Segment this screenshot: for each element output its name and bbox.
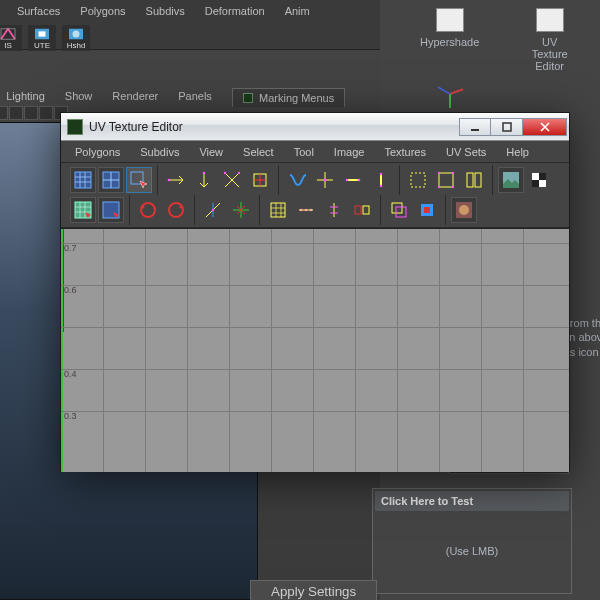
unfold-selected-icon[interactable] xyxy=(349,197,375,223)
main-menu-item[interactable]: Anim xyxy=(275,3,320,19)
paste-uv-icon[interactable] xyxy=(414,197,440,223)
menu-select[interactable]: Select xyxy=(233,143,284,161)
menu-image[interactable]: Image xyxy=(324,143,375,161)
bake-icon[interactable] xyxy=(451,197,477,223)
flip-v-icon[interactable] xyxy=(191,167,217,193)
menu-help[interactable]: Help xyxy=(496,143,539,161)
grid-line xyxy=(187,229,188,472)
svg-rect-43 xyxy=(355,206,361,214)
grid-line xyxy=(229,229,230,472)
shelf-button[interactable]: UTE xyxy=(28,25,56,51)
unfold-icon[interactable] xyxy=(284,167,310,193)
hypershade-icon xyxy=(436,8,464,32)
panel-menu-item[interactable]: Panels xyxy=(168,88,222,104)
svg-point-18 xyxy=(358,179,361,182)
uv-snapshot-icon[interactable] xyxy=(70,167,96,193)
relax-icon[interactable] xyxy=(321,197,347,223)
panel-toolbar-button[interactable] xyxy=(9,106,23,120)
svg-point-13 xyxy=(224,172,226,174)
tab-icon xyxy=(243,93,253,103)
align-u-icon[interactable] xyxy=(340,167,366,193)
main-menu-item[interactable]: Subdivs xyxy=(136,3,195,19)
titlebar[interactable]: UV Texture Editor xyxy=(61,113,569,141)
main-menu-item[interactable]: Deformation xyxy=(195,3,275,19)
uv-texture-editor-window: UV Texture Editor Polygons Subdivs View … xyxy=(60,112,570,472)
main-menu-item[interactable]: Polygons xyxy=(70,3,135,19)
svg-rect-39 xyxy=(271,203,285,217)
marking-menus-tab[interactable]: Marking Menus xyxy=(232,88,345,107)
uv-menubar: Polygons Subdivs View Select Tool Image … xyxy=(61,141,569,163)
axis-gizmo-icon xyxy=(435,78,465,108)
uv-select-tool-icon[interactable] xyxy=(126,167,152,193)
panel-menubar: ng Lighting Show Renderer Panels xyxy=(0,88,222,104)
grid-line xyxy=(61,327,569,328)
move-sew-icon[interactable] xyxy=(461,167,487,193)
shelf-item-uv-editor[interactable]: UV Texture Editor xyxy=(529,8,570,72)
svg-point-36 xyxy=(141,203,155,217)
svg-point-38 xyxy=(212,209,215,212)
shelf-button[interactable]: IS xyxy=(0,25,22,51)
distribute-icon[interactable] xyxy=(293,197,319,223)
rotate-cw-90-icon[interactable] xyxy=(163,197,189,223)
menu-tool[interactable]: Tool xyxy=(284,143,324,161)
copy-uv-icon[interactable] xyxy=(386,197,412,223)
smudge-tool-icon[interactable] xyxy=(98,197,124,223)
svg-point-5 xyxy=(73,30,80,37)
panel-toolbar-button[interactable] xyxy=(0,106,8,120)
svg-point-26 xyxy=(452,186,454,188)
grid-line xyxy=(61,369,569,370)
rotate-cw-icon[interactable] xyxy=(247,167,273,193)
svg-rect-3 xyxy=(39,31,46,36)
svg-point-16 xyxy=(324,179,327,182)
main-menu-item[interactable]: urves xyxy=(0,3,7,19)
close-button[interactable] xyxy=(523,118,567,136)
svg-point-20 xyxy=(380,185,383,188)
panel-menu-item[interactable]: Show xyxy=(55,88,103,104)
cut-uv-icon[interactable] xyxy=(405,167,431,193)
display-image-icon[interactable] xyxy=(498,167,524,193)
shelf-button[interactable]: Hshd xyxy=(62,25,90,51)
maximize-button[interactable] xyxy=(491,118,523,136)
panel-toolbar-button[interactable] xyxy=(39,106,53,120)
shelf-item-hypershade[interactable]: Hypershade xyxy=(420,8,479,72)
apply-settings-button[interactable]: Apply Settings xyxy=(250,580,377,600)
lattice-tool-icon[interactable] xyxy=(70,197,96,223)
sew-uv-icon[interactable] xyxy=(433,167,459,193)
rotate-ccw-90-icon[interactable] xyxy=(135,197,161,223)
menu-textures[interactable]: Textures xyxy=(374,143,436,161)
minimize-button[interactable] xyxy=(459,118,491,136)
flip-u-icon[interactable] xyxy=(163,167,189,193)
svg-rect-46 xyxy=(396,207,406,217)
rotate-ccw-icon[interactable] xyxy=(219,167,245,193)
svg-point-25 xyxy=(438,186,440,188)
svg-point-12 xyxy=(203,172,206,175)
test-panel-body[interactable]: (Use LMB) xyxy=(375,511,569,591)
menu-subdivs[interactable]: Subdivs xyxy=(130,143,189,161)
main-menu-item[interactable]: Surfaces xyxy=(7,3,70,19)
svg-point-37 xyxy=(169,203,183,217)
panel-menu-item[interactable]: Renderer xyxy=(102,88,168,104)
uv-grid-toggle-icon[interactable] xyxy=(98,167,124,193)
menu-polygons[interactable]: Polygons xyxy=(65,143,130,161)
svg-rect-32 xyxy=(539,173,546,180)
menu-view[interactable]: View xyxy=(189,143,233,161)
axis-tick-label: 0.4 xyxy=(64,369,77,379)
layout-icon[interactable] xyxy=(312,167,338,193)
svg-rect-28 xyxy=(475,173,481,187)
uv-grid-viewport[interactable]: 0.70.60.40.3 xyxy=(61,228,569,472)
grid-line xyxy=(355,229,356,472)
panel-toolbar-button[interactable] xyxy=(24,106,38,120)
panel-menu-item[interactable]: Lighting xyxy=(0,88,55,104)
align-v-icon[interactable] xyxy=(368,167,394,193)
grid-line xyxy=(523,229,524,472)
checker-icon[interactable] xyxy=(526,167,552,193)
panel-toolbar xyxy=(0,106,69,120)
normalize-icon[interactable] xyxy=(228,197,254,223)
svg-rect-48 xyxy=(424,207,430,213)
cycle-uv-icon[interactable] xyxy=(200,197,226,223)
svg-rect-21 xyxy=(411,173,425,187)
menu-uvsets[interactable]: UV Sets xyxy=(436,143,496,161)
svg-point-17 xyxy=(346,179,349,182)
svg-rect-44 xyxy=(363,206,369,214)
grid-uv-icon[interactable] xyxy=(265,197,291,223)
